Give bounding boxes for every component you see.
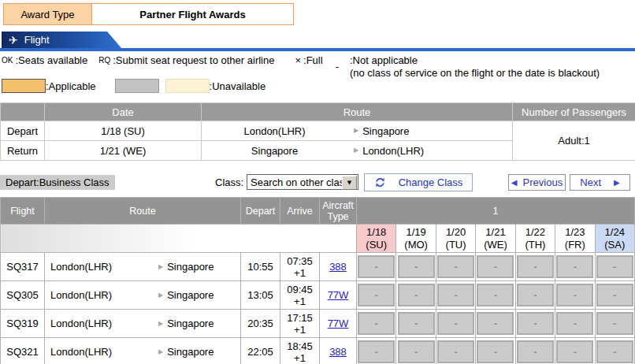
next-label: Next (580, 176, 601, 188)
availability-cell: - (476, 338, 515, 364)
date-value: 1/21 (476, 226, 514, 239)
flight-table-header-row: Flight Route Depart Arrive Aircraft Type… (1, 198, 635, 225)
route-arrow-icon: ▶ (158, 321, 163, 327)
next-button[interactable]: Next ▶ (570, 174, 630, 191)
arrive-time: 17:15 (280, 312, 319, 324)
aircraft-type-link[interactable]: 388 (329, 346, 347, 358)
availability-button[interactable]: - (596, 312, 633, 335)
arrive-time: 07:35 (280, 255, 319, 267)
availability-button[interactable]: - (517, 340, 554, 363)
availability-button[interactable]: - (437, 284, 474, 306)
availability-cell: - (357, 310, 396, 338)
availability-button[interactable]: - (437, 340, 474, 363)
legend-codes: OK :Seats available RQ :Submit seat requ… (2, 54, 600, 80)
date-header-0118: 1/18 (SU) (357, 225, 396, 253)
availability-cell: - (555, 281, 595, 310)
applicable-label: :Applicable (46, 80, 96, 92)
route-arrow-icon: ▶ (158, 264, 163, 270)
availability-button[interactable]: - (596, 255, 633, 278)
availability-button[interactable]: - (517, 255, 554, 278)
itinerary-summary-table: Date Route Number of Passengers Depart 1… (0, 102, 635, 161)
flight-row-sq305: SQ305 London(LHR) ▶ Singapore 13:05 09:4… (1, 281, 635, 310)
availability-button[interactable]: - (398, 255, 435, 278)
availability-cell: - (396, 310, 436, 338)
availability-button[interactable]: - (358, 255, 395, 278)
flight-number: SQ319 (1, 310, 45, 338)
legend-item-request: RQ :Submit seat request to other airline (98, 54, 274, 67)
availability-button[interactable]: - (398, 284, 435, 306)
availability-cell: - (396, 281, 436, 310)
chevron-down-icon[interactable]: ▼ (342, 176, 357, 190)
refresh-icon (374, 176, 386, 188)
arrive-time: 18:45 (280, 340, 319, 352)
availability-button[interactable]: - (596, 284, 633, 306)
aircraft-type-link[interactable]: 388 (329, 261, 347, 273)
summary-depart-destination: Singapore (362, 125, 409, 137)
availability-button[interactable]: - (358, 312, 395, 335)
flight-number: SQ305 (1, 281, 45, 310)
availability-button[interactable]: - (517, 312, 554, 335)
flight-row-sq319: SQ319 London(LHR) ▶ Singapore 20:35 17:1… (1, 310, 635, 338)
flight-number: SQ317 (1, 253, 45, 281)
availability-button[interactable]: - (477, 340, 514, 363)
availability-button[interactable]: - (437, 312, 474, 335)
previous-arrow-icon: ◀ (511, 179, 518, 187)
previous-button[interactable]: ◀ Previous (508, 174, 566, 191)
legend-text-seats: :Seats available (15, 54, 87, 67)
availability-button[interactable]: - (556, 255, 593, 278)
summary-depart-label: Depart (1, 121, 45, 141)
availability-button[interactable]: - (477, 312, 514, 335)
change-class-button[interactable]: Change Class (364, 173, 473, 191)
arrive-offset: +1 (280, 352, 319, 364)
gray-swatch (115, 79, 159, 93)
summary-return-destination: London(LHR) (362, 145, 424, 157)
availability-button[interactable]: - (358, 340, 395, 363)
col-header-depart: Depart (241, 198, 280, 225)
availability-cell: - (436, 338, 475, 364)
flight-destination: Singapore (167, 318, 214, 329)
flight-origin: London(LHR) (45, 318, 158, 329)
availability-button[interactable]: - (556, 340, 593, 363)
availability-button[interactable]: - (596, 340, 633, 363)
arrive-offset: +1 (280, 295, 319, 307)
flight-route: London(LHR) ▶ Singapore (45, 338, 241, 364)
summary-depart-row: Depart 1/18 (SU) London(LHR) ▶ Singapore… (1, 121, 635, 141)
availability-button[interactable]: - (398, 340, 435, 363)
aircraft-type-cell: 388 (320, 253, 357, 281)
flight-destination: Singapore (167, 346, 214, 358)
flight-arrive-time: 07:35+1 (280, 253, 320, 281)
date-value: 1/20 (436, 226, 475, 239)
availability-button[interactable]: - (437, 255, 474, 278)
date-value: 1/19 (396, 226, 435, 239)
availability-cell: - (515, 310, 555, 338)
availability-button[interactable]: - (556, 284, 593, 306)
route-arrow-icon: ▶ (354, 128, 358, 134)
aircraft-type-link[interactable]: 77W (328, 289, 349, 301)
legend-item-seats: OK :Seats available (2, 54, 87, 67)
arrive-offset: +1 (280, 267, 319, 279)
date-header-0121: 1/21 (WE) (476, 225, 515, 253)
class-select[interactable]: Search on other class ▼ (247, 174, 358, 190)
aircraft-type-link[interactable]: 77W (328, 318, 349, 329)
availability-cell: - (476, 310, 515, 338)
day-value: (MO) (396, 239, 435, 251)
availability-button[interactable]: - (517, 284, 554, 306)
flight-destination: Singapore (167, 289, 214, 301)
availability-button[interactable]: - (556, 312, 593, 335)
summary-header-route: Route (202, 103, 513, 121)
day-value: (SA) (596, 239, 634, 251)
availability-button[interactable]: - (477, 255, 514, 278)
legend-code-ok: OK (2, 54, 13, 67)
tab-flight[interactable]: ✈ Flight (2, 32, 121, 48)
summary-header-date: Date (45, 103, 202, 121)
availability-button[interactable]: - (358, 284, 395, 306)
availability-button[interactable]: - (477, 284, 514, 306)
day-value: (WE) (476, 239, 514, 251)
availability-cell: - (555, 310, 595, 338)
unavailable-swatch (165, 79, 210, 93)
availability-button[interactable]: - (398, 312, 435, 335)
summary-depart-route: London(LHR) ▶ Singapore (202, 121, 513, 141)
day-value: (TU) (436, 239, 475, 251)
flight-origin: London(LHR) (45, 289, 158, 301)
availability-cell: - (357, 253, 396, 281)
